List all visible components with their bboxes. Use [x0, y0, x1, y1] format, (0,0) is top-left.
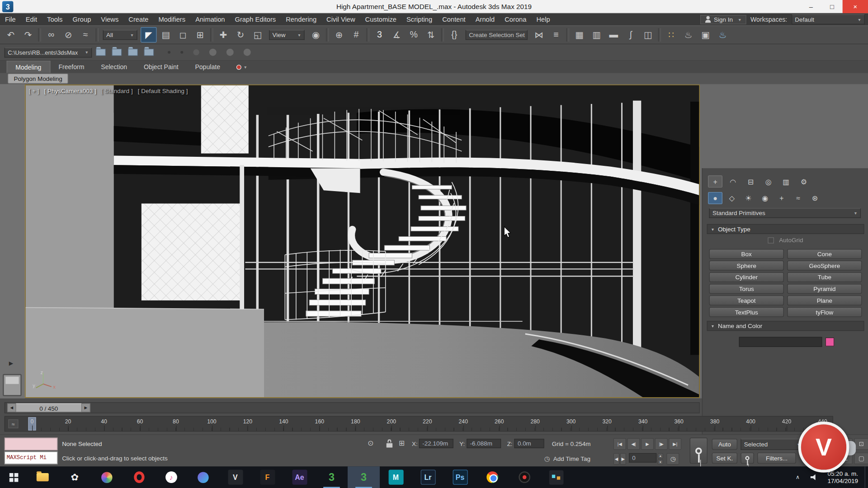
- show-desktop-button[interactable]: [865, 466, 868, 488]
- macro-recorder-pane[interactable]: [5, 438, 58, 450]
- track-bar[interactable]: ≈ 02040608010012014016018020022024026028…: [5, 416, 833, 432]
- keyboard-shortcut-override-icon[interactable]: #: [348, 27, 364, 42]
- create-tab-icon[interactable]: +: [708, 175, 722, 188]
- space-warps-category-icon[interactable]: ≈: [791, 192, 806, 204]
- recorder-overlay-button[interactable]: V: [798, 422, 849, 473]
- rectangular-selection-region-icon[interactable]: ◻: [175, 27, 191, 42]
- cameras-category-icon[interactable]: ◉: [758, 192, 772, 204]
- frame-step-forward-button[interactable]: ▶: [620, 453, 626, 465]
- select-and-rotate-icon[interactable]: ↻: [232, 27, 249, 42]
- window-crossing-icon[interactable]: ⊞: [192, 27, 208, 42]
- sphere-button[interactable]: Sphere: [709, 261, 784, 271]
- polygon-modeling-panel[interactable]: Polygon Modeling: [8, 74, 68, 84]
- set-project-folder-icon[interactable]: [112, 49, 122, 56]
- select-and-manipulate-icon[interactable]: ⊕: [331, 27, 347, 42]
- toggle-layer-explorer-icon[interactable]: ▥: [589, 27, 605, 42]
- selection-filter-dropdown[interactable]: All ▼: [103, 30, 137, 40]
- project-folder-icon[interactable]: [96, 49, 106, 56]
- current-frame-field[interactable]: 0: [629, 453, 656, 463]
- menu-item[interactable]: Edit: [21, 13, 42, 25]
- redo-icon[interactable]: ↷: [20, 27, 36, 42]
- isolate-selection-icon[interactable]: ⊙: [368, 439, 373, 447]
- opera-icon[interactable]: [123, 466, 155, 488]
- toggle-ribbon-icon[interactable]: ▬: [606, 27, 622, 42]
- named-selection-set-dropdown[interactable]: Create Selection Set ▼: [466, 30, 528, 40]
- torus-button[interactable]: Torus: [709, 284, 784, 294]
- maxscript-mini-listener[interactable]: MAXScript Mi: [5, 451, 58, 464]
- menu-item[interactable]: Create: [123, 13, 153, 25]
- menu-item[interactable]: Civil View: [321, 13, 360, 25]
- geometry-category-icon[interactable]: ●: [708, 192, 722, 204]
- render-production-icon[interactable]: ♨: [715, 27, 731, 42]
- lights-category-icon[interactable]: ☀: [741, 192, 756, 204]
- ribbon-tab-modeling[interactable]: Modeling: [7, 61, 50, 73]
- viewport-camera-menu[interactable]: [ PhysCamera003 ]: [44, 87, 96, 94]
- reference-coordinate-dropdown[interactable]: View ▼: [269, 30, 304, 40]
- box-button[interactable]: Box: [709, 249, 784, 259]
- previous-frame-button[interactable]: ◀|: [627, 438, 640, 450]
- viewport-renderer-menu[interactable]: [ Standard ]: [101, 87, 133, 94]
- maximize-button[interactable]: □: [821, 0, 843, 13]
- plane-button[interactable]: Plane: [787, 296, 862, 305]
- menu-item[interactable]: Group: [67, 13, 96, 25]
- primitive-category-dropdown[interactable]: Standard Primitives ▼: [709, 208, 861, 218]
- tyflow-button[interactable]: tyFlow: [787, 307, 862, 317]
- minimize-button[interactable]: –: [801, 0, 822, 13]
- frame-spinner-up[interactable]: ▲: [658, 453, 663, 459]
- menu-item[interactable]: Rendering: [281, 13, 321, 25]
- select-and-link-icon[interactable]: ∞: [43, 27, 60, 42]
- menu-item[interactable]: Scripting: [401, 13, 437, 25]
- tray-clock[interactable]: 05:20 a. m. 17/04/2019: [828, 470, 858, 484]
- name-color-rollout[interactable]: ▼ Name and Color: [707, 321, 864, 331]
- ribbon-tab-populate[interactable]: Populate: [187, 61, 228, 73]
- textplus-button[interactable]: TextPlus: [709, 307, 784, 317]
- previous-frame-button[interactable]: ◀: [7, 404, 16, 413]
- autogrid-checkbox[interactable]: [768, 237, 774, 243]
- angle-snap-icon[interactable]: ∡: [389, 27, 405, 42]
- ribbon-tab-object-paint[interactable]: Object Paint: [136, 61, 187, 73]
- geosphere-button[interactable]: GeoSphere: [787, 261, 862, 271]
- maya-icon[interactable]: M: [380, 466, 412, 488]
- edit-named-selection-sets-icon[interactable]: {}: [446, 27, 462, 42]
- modify-tab-icon[interactable]: ◠: [726, 175, 740, 188]
- time-slider-handle[interactable]: ◀ 0 / 450 ▶: [7, 404, 90, 413]
- select-and-scale-icon[interactable]: ◱: [250, 27, 266, 42]
- next-frame-button[interactable]: ▶: [81, 404, 90, 413]
- cone-button[interactable]: Cone: [787, 249, 862, 259]
- ribbon-tab-freeform[interactable]: Freeform: [50, 61, 93, 73]
- maximize-viewport-toggle-icon[interactable]: ⊡: [854, 438, 868, 450]
- auto-key-button[interactable]: Auto: [712, 439, 737, 450]
- file-link-manager-icon[interactable]: [144, 49, 154, 56]
- teapot-button[interactable]: Teapot: [709, 296, 784, 305]
- material-editor-icon[interactable]: ∷: [663, 27, 679, 42]
- rendered-frame-window-icon[interactable]: ▣: [698, 27, 714, 42]
- go-to-end-button[interactable]: ▶|: [669, 438, 681, 450]
- mini-curve-editor-icon[interactable]: ≈: [8, 419, 18, 428]
- z-coordinate-field[interactable]: 0.0m: [514, 439, 544, 448]
- cylinder-button[interactable]: Cylinder: [709, 272, 784, 282]
- snaps-toggle-icon[interactable]: 3: [372, 27, 388, 42]
- select-by-name-icon[interactable]: ▤: [158, 27, 174, 42]
- tray-expand-icon[interactable]: ∧: [790, 474, 805, 480]
- set-key-button[interactable]: Set K.: [712, 453, 737, 464]
- frame-step-back-button[interactable]: ◀: [613, 453, 619, 465]
- mirror-icon[interactable]: ⋈: [531, 27, 547, 42]
- misc-app-icon[interactable]: [540, 466, 572, 488]
- curve-editor-icon[interactable]: ∫: [623, 27, 639, 42]
- menu-item[interactable]: Tools: [42, 13, 67, 25]
- selection-lock-icon[interactable]: [384, 438, 395, 449]
- menu-item[interactable]: Animation: [190, 13, 230, 25]
- tube-button[interactable]: Tube: [787, 272, 862, 282]
- menu-item[interactable]: File: [0, 13, 21, 25]
- bind-to-space-warp-icon[interactable]: ≈: [77, 27, 94, 42]
- select-and-move-icon[interactable]: ✚: [215, 27, 231, 42]
- photoshop-icon[interactable]: Ps: [444, 466, 476, 488]
- flower-app-icon[interactable]: ✿: [59, 466, 91, 488]
- render-setup-icon[interactable]: ♨: [680, 27, 697, 42]
- file-explorer-icon[interactable]: [27, 466, 59, 488]
- close-button[interactable]: ×: [843, 0, 868, 13]
- object-color-swatch[interactable]: [826, 338, 835, 347]
- toggle-scene-explorer-icon[interactable]: ▦: [571, 27, 588, 42]
- object-type-rollout[interactable]: ▼ Object Type: [707, 224, 864, 234]
- schematic-view-icon[interactable]: ◫: [640, 27, 656, 42]
